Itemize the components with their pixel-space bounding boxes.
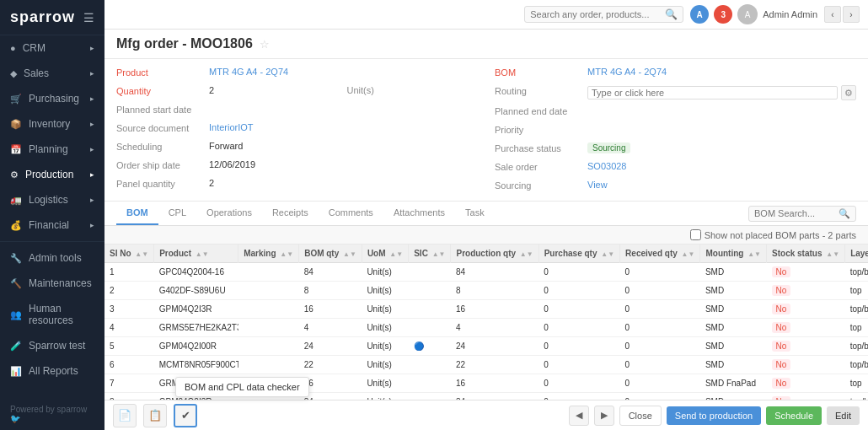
table-header-row: SI No ▲▼ Product ▲▼ Marking ▲▼ BOM qty ▲… xyxy=(104,245,868,263)
table-cell: 1 xyxy=(104,263,154,282)
panel-qty-label: Panel quantity xyxy=(116,178,209,189)
bottom-bar: 📄 📋 ✔ BOM and CPL data checker ◀ ▶ Close… xyxy=(104,400,868,430)
table-cell: GRMS5E7HE2KA2T3D xyxy=(154,319,238,337)
tab-bom[interactable]: BOM xyxy=(116,202,158,225)
sidebar-item-production[interactable]: ⚙ Production ▸ xyxy=(0,162,104,187)
stock-status-badge: No xyxy=(772,341,791,352)
tab-task[interactable]: Task xyxy=(455,202,495,225)
scheduling-value: Forward xyxy=(209,141,478,151)
sale-order-label: Sale order xyxy=(495,161,587,172)
table-cell: 0 xyxy=(620,282,700,300)
close-button[interactable]: Close xyxy=(619,406,662,426)
clipboard-icon: 📋 xyxy=(148,409,162,422)
bom-search[interactable]: 🔍 xyxy=(748,206,856,222)
table-cell: top xyxy=(845,374,868,393)
sidebar-item-logistics[interactable]: 🚛 Logistics ▸ xyxy=(0,187,104,212)
page-next-button[interactable]: ▶ xyxy=(594,406,614,426)
sidebar-item-human-resources[interactable]: 👥 Human resources xyxy=(0,296,104,333)
bottom-right-buttons: ◀ ▶ Close Send to production Schedule Ed… xyxy=(569,406,860,426)
clipboard-icon-button[interactable]: 📋 xyxy=(143,404,167,427)
table-cell: 0 xyxy=(620,300,700,319)
notification-badge-blue[interactable]: A xyxy=(690,5,709,24)
table-row: 6MCMT8NR05F900CT22Unit(s)2200SMDNotop/bo… xyxy=(104,356,868,374)
nav-next-button[interactable]: › xyxy=(843,6,860,23)
col-prod-qty: Production qty ▲▼ xyxy=(451,245,538,263)
table-cell: 7 xyxy=(104,374,154,393)
sidebar-item-purchasing[interactable]: 🛒 Purchasing ▸ xyxy=(0,86,104,111)
bom-search-icon: 🔍 xyxy=(839,208,850,219)
gear-icon[interactable]: ⚙ xyxy=(841,85,856,100)
tab-comments[interactable]: Comments xyxy=(319,202,383,225)
production-icon: ⚙ xyxy=(10,169,19,180)
table-cell: 84 xyxy=(451,263,538,282)
chevron-right-icon: ▸ xyxy=(90,44,94,52)
page-title: Mfg order - MOO1806 xyxy=(116,36,253,51)
sidebar-item-crm[interactable]: ● CRM ▸ xyxy=(0,35,104,61)
table-cell: 34 xyxy=(299,393,362,400)
sidebar-item-financial[interactable]: 💰 Financial ▸ xyxy=(0,212,104,238)
sidebar-item-sales[interactable]: ◆ Sales ▸ xyxy=(0,61,104,86)
table-toolbar: Show not placed BOM parts - 2 parts xyxy=(104,226,868,245)
sidebar-item-all-reports[interactable]: 📊 All Reports xyxy=(0,358,104,384)
edit-button[interactable]: Edit xyxy=(827,406,860,425)
maintenance-icon: 🔨 xyxy=(10,278,22,289)
sidebar-divider xyxy=(0,241,104,242)
table-cell xyxy=(409,300,451,319)
notification-badge-red[interactable]: 3 xyxy=(714,5,732,24)
page-prev-button[interactable]: ◀ xyxy=(569,406,589,426)
send-to-production-button[interactable]: Send to production xyxy=(667,406,761,425)
table-cell: No xyxy=(767,319,845,337)
chevron-right-icon: ▸ xyxy=(90,69,94,78)
sidebar-item-inventory[interactable]: 📦 Inventory ▸ xyxy=(0,111,104,137)
hamburger-icon[interactable]: ☰ xyxy=(83,11,94,24)
show-not-placed-checkbox[interactable] xyxy=(690,229,701,240)
table-cell: 4 xyxy=(299,319,362,337)
table-cell xyxy=(238,263,299,282)
sidebar-logo: sparrow ☰ xyxy=(0,0,104,35)
bom-table: SI No ▲▼ Product ▲▼ Marking ▲▼ BOM qty ▲… xyxy=(104,245,868,400)
main-area: 🔍 A 3 A Admin Admin ‹ › Mfg order - MOO1… xyxy=(104,0,868,430)
global-search[interactable]: 🔍 xyxy=(524,6,683,23)
sourcing-label: Sourcing xyxy=(495,180,587,191)
table-cell: 8 xyxy=(451,282,538,300)
nav-prev-button[interactable]: ‹ xyxy=(824,6,841,23)
form-row-purchase-status: Purchase status Sourcing xyxy=(495,140,856,159)
sidebar-item-admin-tools[interactable]: 🔧 Admin tools xyxy=(0,245,104,271)
form-area: Product MTR 4G A4 - 2Q74 Quantity 2 Unit… xyxy=(104,59,868,202)
ship-date-label: Order ship date xyxy=(116,159,209,170)
table-cell: top/bottom xyxy=(845,393,868,400)
chevron-right-icon: ▸ xyxy=(90,221,94,229)
table-cell: top xyxy=(845,282,868,300)
routing-input[interactable] xyxy=(587,86,838,99)
avatar[interactable]: A xyxy=(737,4,758,24)
admin-name[interactable]: Admin Admin xyxy=(763,9,817,19)
col-rec-qty: Received qty ▲▼ xyxy=(620,245,700,263)
document-icon-button[interactable]: 📄 xyxy=(113,404,137,427)
inventory-icon: 📦 xyxy=(10,119,22,130)
col-uom: UoM ▲▼ xyxy=(362,245,408,263)
sidebar-item-planning[interactable]: 📅 Planning ▸ xyxy=(0,137,104,162)
sidebar-item-maintenances[interactable]: 🔨 Maintenances xyxy=(0,271,104,296)
table-cell: No xyxy=(767,393,845,400)
table-cell: 0 xyxy=(538,282,619,300)
quantity-label: Quantity xyxy=(116,85,209,96)
footer-text: Powered by sparrow 🐦 xyxy=(10,405,94,423)
table-cell: 8 xyxy=(104,393,154,400)
tab-cpl[interactable]: CPL xyxy=(158,202,196,225)
table-row: 4GRMS5E7HE2KA2T3D4Unit(s)400SMDNotopAsse… xyxy=(104,319,868,337)
tab-receipts[interactable]: Receipts xyxy=(262,202,319,225)
stock-status-badge: No xyxy=(772,285,791,296)
search-input[interactable] xyxy=(530,9,665,19)
tab-operations[interactable]: Operations xyxy=(196,202,262,225)
bom-search-input[interactable] xyxy=(754,208,839,218)
table-cell: GPM04Q2I3R xyxy=(154,393,238,400)
sidebar-item-sparrow-test[interactable]: 🧪 Sparrow test xyxy=(0,333,104,358)
stock-status-badge: No xyxy=(772,378,791,389)
tab-attachments[interactable]: Attachments xyxy=(383,202,455,225)
table-cell: No xyxy=(767,282,845,300)
favorite-star-icon[interactable]: ☆ xyxy=(260,38,270,51)
checker-icon-button[interactable]: ✔ BOM and CPL data checker xyxy=(174,404,197,427)
schedule-button[interactable]: Schedule xyxy=(766,406,822,425)
planned-start-label: Planned start date xyxy=(116,104,209,115)
sidebar-item-label: Financial xyxy=(29,219,69,231)
